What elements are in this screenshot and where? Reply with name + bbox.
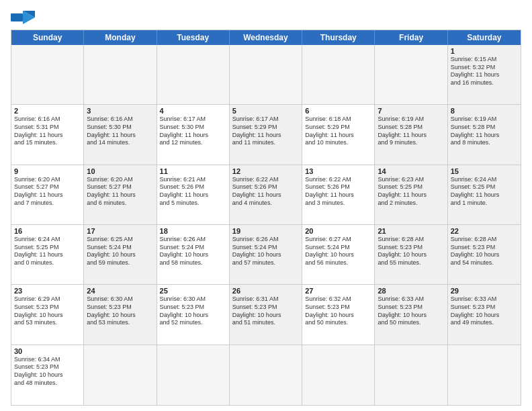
cell-info: Sunrise: 6:25 AM Sunset: 5:24 PM Dayligh… [87, 236, 153, 267]
cell-info: Sunrise: 6:26 AM Sunset: 5:24 PM Dayligh… [160, 236, 226, 267]
page: SundayMondayTuesdayWednesdayThursdayFrid… [0, 0, 532, 411]
calendar-cell [230, 45, 302, 104]
calendar-cell [302, 345, 375, 405]
day-headers: SundayMondayTuesdayWednesdayThursdayFrid… [11, 30, 521, 45]
cell-info: Sunrise: 6:23 AM Sunset: 5:25 PM Dayligh… [378, 176, 444, 208]
cell-info: Sunrise: 6:19 AM Sunset: 5:28 PM Dayligh… [378, 116, 444, 147]
day-header-monday: Monday [84, 30, 157, 45]
cell-info: Sunrise: 6:28 AM Sunset: 5:23 PM Dayligh… [451, 236, 518, 267]
day-header-tuesday: Tuesday [157, 30, 230, 45]
calendar-cell [302, 45, 375, 104]
day-number: 8 [451, 107, 518, 115]
cell-info: Sunrise: 6:31 AM Sunset: 5:23 PM Dayligh… [232, 295, 299, 327]
day-number: 27 [305, 287, 371, 295]
calendar-cell: 20Sunrise: 6:27 AM Sunset: 5:24 PM Dayli… [302, 225, 375, 284]
cell-info: Sunrise: 6:26 AM Sunset: 5:24 PM Dayligh… [232, 236, 299, 267]
svg-rect-0 [11, 13, 23, 21]
calendar-cell: 15Sunrise: 6:24 AM Sunset: 5:25 PM Dayli… [448, 165, 521, 224]
calendar-week: 30Sunrise: 6:34 AM Sunset: 5:23 PM Dayli… [11, 345, 521, 405]
cell-info: Sunrise: 6:32 AM Sunset: 5:23 PM Dayligh… [305, 295, 371, 327]
calendar-cell: 10Sunrise: 6:20 AM Sunset: 5:27 PM Dayli… [84, 165, 157, 224]
cell-info: Sunrise: 6:29 AM Sunset: 5:23 PM Dayligh… [14, 295, 81, 327]
day-number: 6 [305, 107, 371, 115]
calendar-cell: 24Sunrise: 6:30 AM Sunset: 5:23 PM Dayli… [84, 285, 157, 344]
day-number: 19 [232, 227, 299, 235]
calendar-cell: 29Sunrise: 6:33 AM Sunset: 5:23 PM Dayli… [448, 285, 521, 344]
cell-info: Sunrise: 6:20 AM Sunset: 5:27 PM Dayligh… [14, 176, 81, 208]
calendar-cell: 16Sunrise: 6:24 AM Sunset: 5:25 PM Dayli… [11, 225, 84, 284]
calendar-cell: 8Sunrise: 6:19 AM Sunset: 5:28 PM Daylig… [448, 105, 521, 164]
calendar-cell: 23Sunrise: 6:29 AM Sunset: 5:23 PM Dayli… [11, 285, 84, 344]
calendar-cell: 13Sunrise: 6:22 AM Sunset: 5:26 PM Dayli… [302, 165, 375, 224]
cell-info: Sunrise: 6:15 AM Sunset: 5:32 PM Dayligh… [451, 56, 518, 87]
calendar-grid: 1Sunrise: 6:15 AM Sunset: 5:32 PM Daylig… [11, 45, 521, 405]
day-number: 20 [305, 227, 371, 235]
day-number: 23 [14, 287, 81, 295]
cell-info: Sunrise: 6:16 AM Sunset: 5:30 PM Dayligh… [87, 116, 153, 147]
calendar-cell: 27Sunrise: 6:32 AM Sunset: 5:23 PM Dayli… [302, 285, 375, 344]
day-number: 17 [87, 227, 153, 235]
calendar-cell: 28Sunrise: 6:33 AM Sunset: 5:23 PM Dayli… [375, 285, 447, 344]
day-number: 26 [232, 287, 299, 295]
calendar-cell: 7Sunrise: 6:19 AM Sunset: 5:28 PM Daylig… [375, 105, 447, 164]
day-number: 2 [14, 107, 81, 115]
cell-info: Sunrise: 6:33 AM Sunset: 5:23 PM Dayligh… [451, 295, 518, 327]
calendar-cell: 18Sunrise: 6:26 AM Sunset: 5:24 PM Dayli… [157, 225, 230, 284]
day-number: 22 [451, 227, 518, 235]
calendar-cell: 6Sunrise: 6:18 AM Sunset: 5:29 PM Daylig… [302, 105, 375, 164]
cell-info: Sunrise: 6:30 AM Sunset: 5:23 PM Dayligh… [160, 295, 226, 327]
day-header-wednesday: Wednesday [230, 30, 302, 45]
calendar-cell: 2Sunrise: 6:16 AM Sunset: 5:31 PM Daylig… [11, 105, 84, 164]
day-header-friday: Friday [375, 30, 447, 45]
day-number: 18 [160, 227, 226, 235]
calendar-cell [11, 45, 84, 104]
calendar-cell: 9Sunrise: 6:20 AM Sunset: 5:27 PM Daylig… [11, 165, 84, 224]
calendar-cell: 21Sunrise: 6:28 AM Sunset: 5:23 PM Dayli… [375, 225, 447, 284]
cell-info: Sunrise: 6:27 AM Sunset: 5:24 PM Dayligh… [305, 236, 371, 267]
calendar-cell: 26Sunrise: 6:31 AM Sunset: 5:23 PM Dayli… [230, 285, 302, 344]
calendar-cell: 3Sunrise: 6:16 AM Sunset: 5:30 PM Daylig… [84, 105, 157, 164]
calendar-cell [375, 345, 447, 405]
calendar-cell [375, 45, 447, 104]
calendar-cell: 30Sunrise: 6:34 AM Sunset: 5:23 PM Dayli… [11, 345, 84, 405]
day-number: 1 [451, 47, 518, 55]
calendar-cell [157, 45, 230, 104]
day-number: 29 [451, 287, 518, 295]
cell-info: Sunrise: 6:34 AM Sunset: 5:23 PM Dayligh… [14, 356, 81, 387]
day-number: 10 [87, 167, 153, 175]
calendar-week: 2Sunrise: 6:16 AM Sunset: 5:31 PM Daylig… [11, 105, 521, 165]
day-number: 4 [160, 107, 226, 115]
cell-info: Sunrise: 6:16 AM Sunset: 5:31 PM Dayligh… [14, 116, 81, 147]
day-number: 12 [232, 167, 299, 175]
calendar-cell: 22Sunrise: 6:28 AM Sunset: 5:23 PM Dayli… [448, 225, 521, 284]
cell-info: Sunrise: 6:17 AM Sunset: 5:29 PM Dayligh… [232, 116, 299, 147]
calendar-cell: 12Sunrise: 6:22 AM Sunset: 5:26 PM Dayli… [230, 165, 302, 224]
calendar-cell: 14Sunrise: 6:23 AM Sunset: 5:25 PM Dayli… [375, 165, 447, 224]
cell-info: Sunrise: 6:33 AM Sunset: 5:23 PM Dayligh… [378, 295, 444, 327]
day-number: 25 [160, 287, 226, 295]
calendar-cell [448, 345, 521, 405]
cell-info: Sunrise: 6:24 AM Sunset: 5:25 PM Dayligh… [451, 176, 518, 208]
day-number: 5 [232, 107, 299, 115]
cell-info: Sunrise: 6:21 AM Sunset: 5:26 PM Dayligh… [160, 176, 226, 208]
calendar-cell [157, 345, 230, 405]
cell-info: Sunrise: 6:22 AM Sunset: 5:26 PM Dayligh… [232, 176, 299, 208]
day-number: 3 [87, 107, 153, 115]
day-number: 9 [14, 167, 81, 175]
day-number: 13 [305, 167, 371, 175]
day-number: 21 [378, 227, 444, 235]
cell-info: Sunrise: 6:17 AM Sunset: 5:30 PM Dayligh… [160, 116, 226, 147]
calendar-week: 1Sunrise: 6:15 AM Sunset: 5:32 PM Daylig… [11, 45, 521, 105]
calendar-cell: 17Sunrise: 6:25 AM Sunset: 5:24 PM Dayli… [84, 225, 157, 284]
day-number: 7 [378, 107, 444, 115]
day-number: 24 [87, 287, 153, 295]
day-number: 30 [14, 347, 81, 355]
calendar-cell: 5Sunrise: 6:17 AM Sunset: 5:29 PM Daylig… [230, 105, 302, 164]
calendar-cell: 19Sunrise: 6:26 AM Sunset: 5:24 PM Dayli… [230, 225, 302, 284]
calendar-week: 23Sunrise: 6:29 AM Sunset: 5:23 PM Dayli… [11, 285, 521, 345]
cell-info: Sunrise: 6:18 AM Sunset: 5:29 PM Dayligh… [305, 116, 371, 147]
header [11, 8, 521, 27]
calendar-cell: 25Sunrise: 6:30 AM Sunset: 5:23 PM Dayli… [157, 285, 230, 344]
calendar-cell: 11Sunrise: 6:21 AM Sunset: 5:26 PM Dayli… [157, 165, 230, 224]
logo [11, 8, 38, 27]
